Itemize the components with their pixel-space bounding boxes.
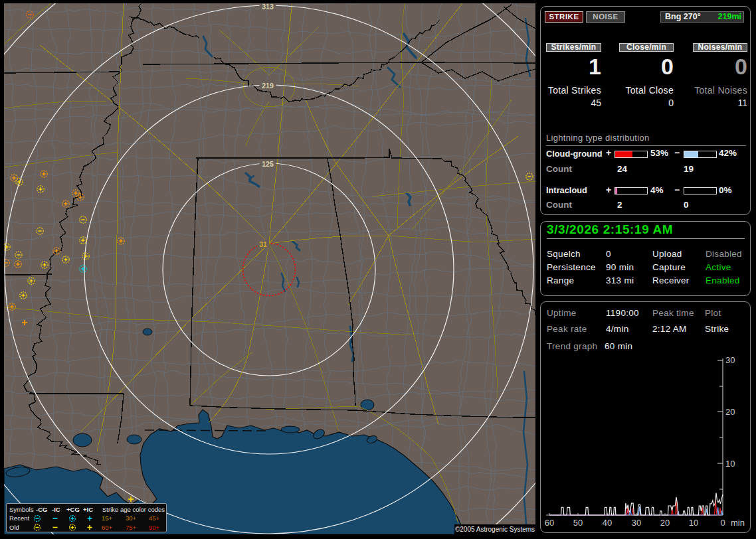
svg-text:50: 50 <box>573 518 583 528</box>
svg-text:0: 0 <box>720 518 725 528</box>
svg-text:30: 30 <box>632 518 641 528</box>
svg-text:40: 40 <box>603 518 612 528</box>
svg-text:60: 60 <box>545 518 554 528</box>
svg-text:10: 10 <box>725 459 735 469</box>
svg-text:20: 20 <box>660 518 670 528</box>
svg-text:30: 30 <box>725 355 735 365</box>
svg-text:min: min <box>731 518 745 528</box>
svg-text:20: 20 <box>725 407 735 417</box>
svg-text:10: 10 <box>689 518 698 528</box>
